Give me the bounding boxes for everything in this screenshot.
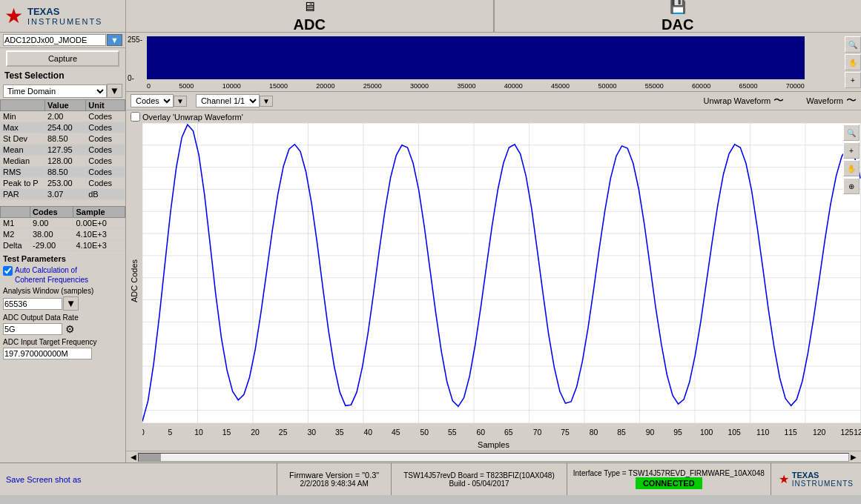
- marker-row-codes: -29.00: [30, 240, 73, 251]
- save-screenshot-link[interactable]: Save Screen shot as: [6, 475, 82, 484]
- stats-row-value: 127.95: [45, 145, 86, 156]
- brand-line2: INSTRUMENTS: [27, 17, 102, 26]
- channel-dropdown-button[interactable]: ▼: [260, 96, 273, 107]
- datarate-label: ADC Output Data Rate: [3, 314, 122, 322]
- dac-tab[interactable]: 💾 DAC: [495, 0, 862, 32]
- gear-icon[interactable]: ⚙: [65, 323, 75, 335]
- stats-row-unit: Codes: [86, 122, 125, 133]
- auto-calc-checkbox[interactable]: [3, 266, 13, 276]
- marker-row: Delta -29.00 4.10E+3: [1, 240, 125, 251]
- marker-col-codes: Codes: [30, 207, 73, 218]
- svg-text:10: 10: [194, 428, 203, 437]
- stats-row-value: 3.07: [45, 189, 86, 200]
- status-ti-logo-icon: ★: [779, 472, 789, 486]
- unwrap-waveform-text: Unwrap Waveform: [704, 96, 771, 105]
- firmware-version-label: Firmware Version = "0.3": [289, 471, 379, 480]
- test-params-title: Test Parameters: [3, 254, 122, 263]
- status-left: Save Screen shot as: [0, 463, 277, 495]
- svg-text:75: 75: [561, 428, 570, 437]
- adc-icon: 🖥: [303, 0, 316, 15]
- marker-row: M2 38.00 4.10E+3: [1, 229, 125, 240]
- stats-row: St Dev 88.50 Codes: [1, 133, 125, 145]
- stats-row-unit: Codes: [86, 156, 125, 167]
- domain-select[interactable]: Time Domain: [3, 84, 107, 98]
- analysis-window-input[interactable]: [3, 298, 62, 310]
- status-board: TSW14J57revD Board = T823BFIZ(10AX048) B…: [391, 463, 567, 495]
- codes-dropdown-button[interactable]: ▼: [174, 96, 187, 107]
- codes-select[interactable]: Codes: [131, 94, 174, 107]
- status-interface: Interface Type = TSW14J57REVD_FIRMWARE_1…: [567, 463, 771, 495]
- waveform-text: Waveform: [806, 96, 843, 105]
- stats-row-label: Max: [1, 122, 45, 133]
- build-label: Build - 05/04/2017: [449, 480, 509, 488]
- stats-row-value: 88.50: [45, 133, 86, 145]
- marker-row-label: M2: [1, 229, 30, 240]
- y-axis-label-container: ADC Codes: [126, 123, 142, 439]
- mini-magnify-button[interactable]: 🔍: [845, 36, 861, 53]
- stats-row-value: 253.00: [45, 178, 86, 189]
- scroll-left-button[interactable]: ◀: [129, 453, 138, 461]
- stats-row-label: Median: [1, 156, 45, 167]
- scroll-thumb[interactable]: [139, 454, 161, 461]
- chart-plus-button[interactable]: +: [843, 142, 860, 159]
- auto-calc-label: Auto Calculation ofCoherent Frequencies: [15, 265, 88, 285]
- svg-text:125: 125: [841, 428, 854, 437]
- chart-hand-button[interactable]: ✋: [843, 160, 860, 176]
- channel-select-wrap: Channel 1/1 ▼: [196, 94, 273, 107]
- marker-row: M1 9.00 0.00E+0: [1, 218, 125, 229]
- marker-row-label: Delta: [1, 240, 30, 251]
- svg-text:85: 85: [617, 428, 626, 437]
- svg-text:120: 120: [813, 428, 826, 437]
- chart-target-button[interactable]: ⊕: [843, 178, 860, 194]
- stats-row-label: Peak to P: [1, 178, 45, 189]
- mini-y-top: 255-: [128, 36, 142, 44]
- unwrap-wave-icon: 〜: [773, 94, 784, 107]
- svg-text:50: 50: [420, 428, 429, 437]
- marker-row-sample: 0.00E+0: [73, 218, 125, 229]
- svg-text:25: 25: [279, 428, 288, 437]
- stats-row-label: St Dev: [1, 133, 45, 145]
- horizontal-scrollbar[interactable]: [138, 453, 849, 462]
- stats-row: Median 128.00 Codes: [1, 156, 125, 167]
- main-chart-svg: 255 240 220 200 180 160 140 120 100 80 6…: [142, 123, 861, 439]
- adc-title: ADC: [294, 16, 326, 33]
- svg-text:60: 60: [477, 428, 486, 437]
- svg-text:0: 0: [142, 428, 145, 437]
- mini-x-axis: 0500010000150002000025000300003500040000…: [147, 82, 805, 90]
- stats-row: Peak to P 253.00 Codes: [1, 178, 125, 189]
- scroll-right-button[interactable]: ▶: [849, 453, 858, 461]
- svg-text:65: 65: [504, 428, 513, 437]
- status-firmware: Firmware Version = "0.3" 2/2/2018 9:48:3…: [277, 463, 391, 495]
- datarate-input[interactable]: [3, 323, 62, 335]
- device-dropdown-button[interactable]: ▼: [107, 34, 122, 46]
- overlay-label: Overlay 'Unwrap Waveform': [142, 113, 243, 122]
- mini-plus-button[interactable]: +: [845, 72, 861, 88]
- overlay-checkbox[interactable]: [131, 112, 140, 122]
- stats-row-unit: Codes: [86, 145, 125, 156]
- svg-text:15: 15: [222, 428, 231, 437]
- status-brand2: INSTRUMENTS: [792, 480, 854, 488]
- stats-row: Max 254.00 Codes: [1, 122, 125, 133]
- stats-row-value: 128.00: [45, 156, 86, 167]
- dac-title: DAC: [662, 16, 693, 33]
- adc-tab[interactable]: 🖥 ADC: [126, 0, 495, 32]
- analysis-window-dropdown[interactable]: ▼: [63, 296, 79, 311]
- svg-text:115: 115: [785, 428, 798, 437]
- test-selection-label: Test Selection: [0, 69, 125, 82]
- svg-text:55: 55: [448, 428, 457, 437]
- stats-row-label: PAR: [1, 189, 45, 200]
- capture-button[interactable]: Capture: [6, 50, 119, 67]
- svg-text:127: 127: [854, 428, 861, 437]
- svg-text:70: 70: [533, 428, 542, 437]
- status-right-logo: ★ TEXAS INSTRUMENTS: [771, 463, 861, 495]
- freq-input[interactable]: [3, 348, 92, 359]
- domain-dropdown-button[interactable]: ▼: [107, 84, 122, 98]
- svg-text:100: 100: [700, 428, 713, 437]
- board-label: TSW14J57revD Board = T823BFIZ(10AX048): [403, 471, 555, 480]
- device-input[interactable]: [3, 34, 106, 46]
- dac-icon: 💾: [670, 0, 686, 15]
- chart-magnify-button[interactable]: 🔍: [843, 125, 860, 141]
- stats-row-label: Mean: [1, 145, 45, 156]
- channel-select[interactable]: Channel 1/1: [196, 94, 260, 107]
- mini-hand-button[interactable]: ✋: [845, 54, 861, 70]
